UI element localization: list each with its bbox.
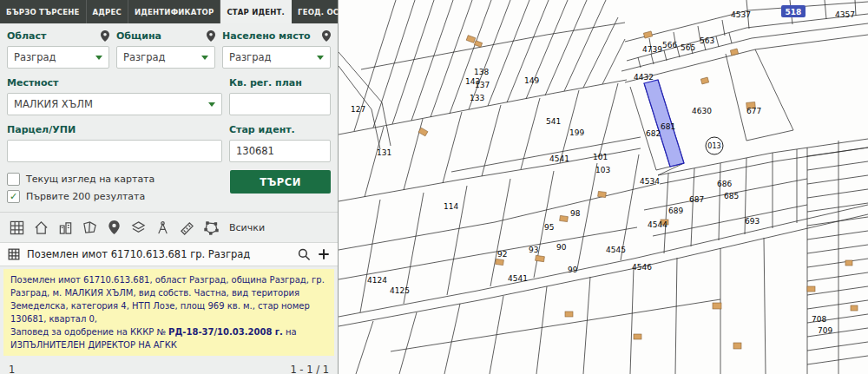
result-info-box: Поземлен имот 61710.613.681, област Разг…: [3, 269, 334, 356]
parcel-label-98: 98: [570, 209, 581, 218]
draw-polygon-icon[interactable]: [203, 220, 220, 236]
location-pin-icon: [207, 30, 215, 42]
grid-icon[interactable]: [9, 220, 25, 236]
parcel-label-4534: 4534: [640, 177, 660, 186]
parcel-label-4546: 4546: [632, 263, 652, 272]
geodetic-point-icon[interactable]: [155, 220, 171, 236]
current-view-label: Текущ изглед на картата: [26, 174, 155, 185]
parcel-label-131: 131: [377, 148, 391, 157]
parcel-label-687: 687: [689, 195, 704, 204]
building: [700, 77, 708, 84]
parcel-label-4124: 4124: [367, 276, 387, 285]
mestnost-value: МАЛКИЯ ХЪЛМ: [14, 98, 93, 110]
parcel-label-685: 685: [724, 192, 739, 200]
parcel-label-137: 137: [475, 81, 490, 89]
parcel-label-4541: 4541: [549, 154, 569, 163]
current-view-checkbox[interactable]: [7, 173, 20, 186]
parcel-field: Парцел/УПИ: [7, 122, 222, 162]
parcel-label-92: 92: [497, 250, 507, 259]
measure-icon[interactable]: [179, 220, 195, 236]
building: [807, 286, 815, 292]
zoom-to-result-icon[interactable]: [298, 248, 311, 261]
settlement-label: Населено място: [222, 30, 311, 42]
building: [565, 312, 573, 317]
building: [496, 259, 504, 265]
building: [733, 343, 741, 349]
parcel-labels-layer: 4537435747395665655634432463067768268119…: [351, 5, 855, 335]
building: [851, 305, 858, 311]
marker-icon[interactable]: [106, 220, 122, 236]
tab-identifier[interactable]: ИДЕНТИФИКАТОР: [128, 0, 220, 23]
parcel-label-4432: 4432: [634, 73, 654, 82]
building: [474, 41, 482, 47]
parcel-label-99: 99: [568, 266, 578, 274]
oblast-select[interactable]: Разград: [7, 46, 109, 69]
search-button[interactable]: ТЪРСИ: [230, 170, 331, 194]
add-result-icon[interactable]: [318, 248, 330, 260]
old-ident-field: Стар идент.: [229, 122, 331, 162]
old-ident-label: Стар идент.: [229, 124, 295, 135]
settlement-value: Разград: [229, 51, 271, 63]
tab-old-ident[interactable]: СТАР ИДЕНТ.: [220, 0, 292, 23]
parcels-icon[interactable]: [82, 220, 98, 236]
parcel-label-4630: 4630: [692, 107, 712, 115]
parcel-label-541: 541: [546, 117, 561, 126]
parcel-label-693: 693: [745, 217, 760, 226]
tab-quick-search[interactable]: БЪРЗО ТЪРСЕНЕ: [0, 0, 87, 23]
parcel-label-138: 138: [474, 68, 489, 76]
parcel-input[interactable]: [7, 140, 222, 162]
building: [643, 31, 652, 38]
mestnost-label: Местност: [7, 77, 58, 89]
building: [466, 36, 476, 43]
parcel-grid-icon: [8, 248, 20, 260]
map-toolbar: Всички: [0, 213, 338, 242]
first-200-checkbox[interactable]: [7, 190, 20, 203]
old-ident-input[interactable]: [229, 140, 331, 162]
building: [598, 191, 607, 197]
buildings-icon[interactable]: [57, 220, 74, 236]
parcel-label-566: 566: [662, 41, 677, 49]
chevron-down-icon: [317, 56, 324, 60]
parcel-label-565: 565: [681, 43, 695, 52]
oblast-value: Разград: [14, 51, 56, 63]
parcel-label-4537: 4537: [731, 10, 751, 19]
kv-reg-plan-label: Кв. рег. план: [229, 77, 302, 89]
chevron-down-icon: [208, 102, 215, 107]
cadastral-map-canvas[interactable]: 4537435747395665655634432463067768268119…: [339, 0, 868, 374]
building: [560, 215, 569, 221]
checkbox-group: Текущ изглед на картата Първите 200 резу…: [7, 170, 223, 205]
parcel-label-4544: 4544: [648, 220, 667, 229]
parcel-label-101: 101: [593, 153, 608, 161]
cadastral-map[interactable]: 4537435747395665655634432463067768268119…: [339, 0, 868, 374]
parcel-label-4541: 4541: [508, 274, 528, 283]
parcel-label-4125: 4125: [390, 286, 410, 295]
parcel-label-689: 689: [668, 207, 683, 215]
all-layers-label: Всички: [229, 222, 265, 233]
info-text: Поземлен имот 61710.613.681, област Разг…: [10, 275, 325, 324]
parcel-label-4357: 4357: [835, 10, 855, 19]
mestnost-select[interactable]: МАЛКИЯ ХЪЛМ: [7, 93, 222, 115]
tab-address[interactable]: АДРЕС: [87, 0, 128, 23]
settlement-field: Населено място Разград: [222, 29, 331, 69]
building: [730, 49, 738, 56]
info-order-number: РД-18-37/10.03.2008 г.: [168, 327, 283, 337]
old-ident-search-form: Област Разград Община Разград: [0, 23, 338, 205]
home-icon[interactable]: [33, 220, 49, 236]
result-row[interactable]: Поземлен имот 61710.613.681 гр. Разград: [0, 242, 338, 266]
settlement-select[interactable]: Разград: [222, 46, 331, 69]
parcel-label-681: 681: [661, 122, 675, 131]
parcel-label-95: 95: [544, 223, 554, 232]
parcel-boundaries: [339, 0, 868, 374]
building: [634, 334, 641, 339]
chevron-down-icon: [95, 56, 102, 60]
obshtina-select[interactable]: Разград: [116, 46, 215, 69]
pagination-bar: 1 1 - 1 / 1: [0, 358, 338, 374]
kv-reg-plan-input[interactable]: [229, 93, 331, 115]
layers-icon[interactable]: [130, 220, 147, 236]
building: [713, 303, 721, 309]
obshtina-label: Община: [116, 30, 161, 42]
oblast-label: Област: [7, 30, 46, 42]
page-number: 1: [9, 364, 15, 374]
first-200-label: Първите 200 резултата: [26, 191, 145, 202]
parcel-label-563: 563: [700, 36, 714, 45]
